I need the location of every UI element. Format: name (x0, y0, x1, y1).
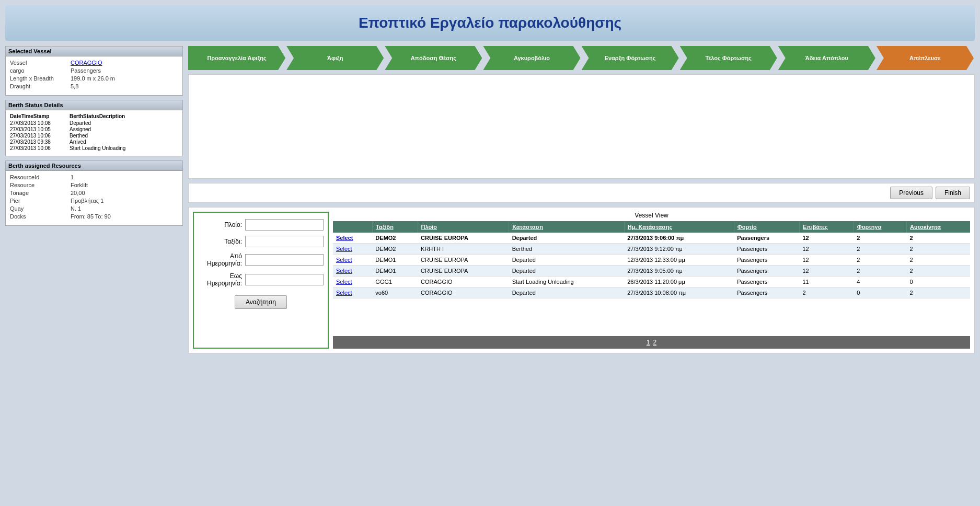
step-3[interactable]: Απόδοση Θέσης (385, 46, 482, 70)
select-link[interactable]: Select (336, 290, 352, 296)
cell-date-status: 26/3/2013 11:20:00 μμ (624, 277, 734, 288)
col-select (333, 221, 372, 233)
cell-cars: 2 (907, 288, 970, 298)
search-button[interactable]: Αναζήτηση (235, 295, 287, 309)
cell-passengers: 12 (799, 266, 854, 277)
selected-vessel-title: Selected Vessel (6, 47, 182, 56)
col-voyage: Ταξίδη (372, 221, 418, 233)
select-link[interactable]: Select (336, 268, 352, 274)
cell-voyage: vo60 (372, 288, 418, 298)
app-title: Εποπτικό Εργαλείο παρακολούθησης (10, 15, 970, 31)
resource-value: Forklift (71, 182, 88, 188)
left-panel: Selected Vessel Vessel CORAGGIO cargo Pa… (5, 46, 183, 353)
from-date-label: Από Ημερομηνία: (200, 252, 242, 267)
to-date-input[interactable] (245, 274, 324, 285)
header-bar: Εποπτικό Εργαλείο παρακολούθησης (5, 5, 975, 41)
content-area (188, 74, 975, 179)
col-date-status-link[interactable]: Ημ. Κατάστασης (628, 224, 672, 230)
cell-ship: CRUISE EUROPA (418, 255, 509, 266)
ship-label: Πλοίο: (200, 221, 242, 228)
length-row: Length x Breadth 199.0 m x 26.0 m (10, 75, 178, 82)
berth-row: 27/03/2013 09:38Arrived (10, 139, 178, 145)
step-7[interactable]: Άδεια Απόπλου (778, 46, 875, 70)
col-ship-link[interactable]: Πλοίο (421, 224, 437, 230)
length-label: Length x Breadth (10, 75, 67, 82)
cell-ship: CRUISE EUROPA (418, 233, 509, 244)
vessel-table-head: Ταξίδη Πλοίο Κατάσταση Ημ. Κατάστασης Φο… (333, 221, 970, 233)
cell-status: Departed (509, 255, 625, 266)
steps-bar: Προαναγγελία ΆφιξηςΆφιξηΑπόδοση ΘέσηςΑγκ… (188, 46, 975, 70)
cell-trucks: 4 (854, 277, 906, 288)
berth-date: 27/03/2013 10:08 (10, 120, 67, 126)
cell-cargo: Passengers (734, 233, 799, 244)
cell-passengers: 12 (799, 255, 854, 266)
cell-date-status: 27/3/2013 9:12:00 πμ (624, 244, 734, 255)
berth-status: Arrived (70, 139, 178, 145)
selected-vessel-section: Selected Vessel Vessel CORAGGIO cargo Pa… (5, 46, 183, 96)
ship-input[interactable] (245, 219, 324, 231)
step-4[interactable]: Αγκυροβόλιο (483, 46, 580, 70)
berth-status-section: Berth Status Details DateTimeStamp Berth… (5, 100, 183, 156)
cell-status: Departed (509, 288, 625, 298)
cell-cargo: Passengers (734, 277, 799, 288)
berth-row: 27/03/2013 10:08Departed (10, 120, 178, 126)
berth-status: Start Loading Unloading (70, 145, 178, 151)
vessel-table-body: Select DEMO2 CRUISE EUROPA Departed 27/3… (333, 233, 970, 298)
previous-button[interactable]: Previous (890, 187, 932, 199)
select-link[interactable]: Select (336, 246, 352, 252)
app-wrapper: Εποπτικό Εργαλείο παρακολούθησης Selecte… (0, 0, 980, 506)
cell-select[interactable]: Select (333, 233, 372, 244)
finish-button[interactable]: Finish (936, 187, 970, 199)
col-cargo-link[interactable]: Φορτίο (737, 224, 757, 230)
col-voyage-link[interactable]: Ταξίδη (376, 224, 394, 230)
col-trucks-link[interactable]: Φορτηγα (857, 224, 882, 230)
col-passengers-link[interactable]: Επιβάτες (803, 224, 828, 230)
berth-table-header: DateTimeStamp BerthStatusDecription (10, 113, 178, 119)
page-link-1[interactable]: 1 (647, 339, 650, 346)
cell-trucks: 0 (854, 288, 906, 298)
vessel-link[interactable]: CORAGGIO (71, 60, 102, 66)
cell-cargo: Passengers (734, 288, 799, 298)
berth-date: 27/03/2013 10:05 (10, 126, 67, 132)
step-2[interactable]: Άφιξη (286, 46, 384, 70)
cell-select[interactable]: Select (333, 255, 372, 266)
cell-trucks: 2 (854, 266, 906, 277)
bottom-area: Πλοίο: Ταξίδι: Από Ημερομηνία: Εως Ημερο… (188, 207, 975, 353)
step-8[interactable]: Απέπλευσε (877, 46, 974, 70)
quay-row: Quay Ν. 1 (10, 205, 178, 212)
tonage-value: 20,00 (71, 190, 85, 196)
cell-select[interactable]: Select (333, 266, 372, 277)
step-5[interactable]: Εναρξη Φόρτωσης (582, 46, 679, 70)
berth-status: Assigned (70, 126, 178, 132)
cell-select[interactable]: Select (333, 277, 372, 288)
select-link[interactable]: Select (336, 257, 352, 263)
step-1[interactable]: Προαναγγελία Άφιξης (188, 46, 285, 70)
tonage-label: Tonage (10, 190, 67, 196)
vessel-row: Vessel CORAGGIO (10, 60, 178, 66)
col-cars-link[interactable]: Αυτοκίνητα (910, 224, 941, 230)
cell-passengers: 2 (799, 288, 854, 298)
cell-ship: CRUISE EUROPA (418, 266, 509, 277)
cell-cars: 2 (907, 244, 970, 255)
length-value: 199.0 m x 26.0 m (71, 75, 115, 82)
cell-select[interactable]: Select (333, 288, 372, 298)
voyage-input[interactable] (245, 236, 324, 247)
to-date-label: Εως Ημερομηνία: (200, 272, 242, 287)
page-link-2[interactable]: 2 (653, 339, 657, 346)
select-link[interactable]: Select (336, 279, 352, 285)
col-status-link[interactable]: Κατάσταση (512, 224, 543, 230)
berth-col-status: BerthStatusDecription (70, 113, 178, 119)
cell-select[interactable]: Select (333, 244, 372, 255)
from-date-input[interactable] (245, 254, 324, 266)
select-link[interactable]: Select (336, 235, 353, 241)
cell-date-status: 27/3/2013 9:05:00 πμ (624, 266, 734, 277)
berth-row: 27/03/2013 10:05Assigned (10, 126, 178, 132)
cell-voyage: GGG1 (372, 277, 418, 288)
from-date-form-row: Από Ημερομηνία: (200, 252, 321, 267)
step-6[interactable]: Τέλος Φόρτωσης (680, 46, 777, 70)
table-row: Select vo60 CORAGGIO Departed 27/3/2013 … (333, 288, 970, 298)
vessel-view-footer: 12 (333, 336, 970, 349)
docks-value: From: 85 To: 90 (71, 213, 111, 220)
vessel-view: Vessel View Ταξίδη Πλοίο Κατάσταση Ημ. Κ… (333, 212, 970, 349)
vessel-value: CORAGGIO (71, 60, 102, 66)
